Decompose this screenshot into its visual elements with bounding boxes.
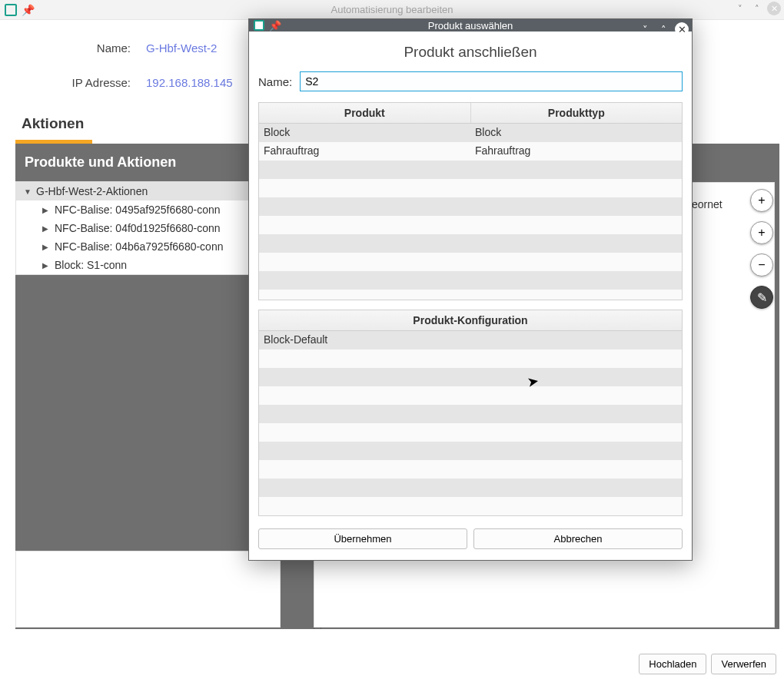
tree-root[interactable]: ▼ G-Hbf-West-2-Aktionen <box>16 182 280 200</box>
collapse-icon[interactable]: ▶ <box>42 243 50 251</box>
lower-content-box <box>15 551 281 628</box>
name-value[interactable]: G-Hbf-West-2 <box>146 41 217 55</box>
name-input-label: Name: <box>258 75 292 88</box>
table-row[interactable]: Fahrauftrag Fahrauftrag <box>259 142 682 161</box>
table-row[interactable] <box>259 216 682 234</box>
table-row[interactable] <box>259 405 682 423</box>
collapse-icon[interactable]: ▶ <box>42 224 50 233</box>
table-row[interactable] <box>259 290 682 300</box>
cell-product: Block <box>259 124 470 142</box>
minus-icon: − <box>758 258 765 272</box>
table-row[interactable] <box>259 423 682 442</box>
app-logo-icon <box>5 4 17 16</box>
tree-item[interactable]: ▶ NFC-Balise: 04b6a7925f6680-conn <box>16 237 280 256</box>
table-row[interactable] <box>259 161 682 179</box>
dialog-title: Produkt auswählen <box>428 20 513 31</box>
table-row[interactable] <box>259 497 682 515</box>
table-row[interactable] <box>259 234 682 253</box>
tree-item-label: Block: S1-conn <box>55 259 127 271</box>
tree-item[interactable]: ▶ NFC-Balise: 04f0d1925f6680-conn <box>16 219 280 237</box>
remove-tool-button[interactable]: − <box>750 253 773 277</box>
bottom-button-bar: Hochladen Verwerfen <box>639 654 776 674</box>
tree-item[interactable]: ▶ NFC-Balise: 0495af925f6680-conn <box>16 200 280 219</box>
cancel-button[interactable]: Abbrechen <box>473 528 683 549</box>
tree-root-label: G-Hbf-West-2-Aktionen <box>36 185 148 197</box>
table-row[interactable] <box>259 253 682 271</box>
dialog-titlebar: 📌 Produkt auswählen ˅ ˄ ✕ <box>249 19 692 31</box>
close-icon[interactable]: ✕ <box>675 22 689 36</box>
column-header-type[interactable]: Produkttyp <box>471 103 683 123</box>
chevron-down-icon[interactable]: ˅ <box>638 22 652 36</box>
config-row-label: Block-Default <box>264 333 327 346</box>
dialog-body: Produkt anschließen Name: Produkt Produk… <box>249 31 692 560</box>
chevron-down-icon[interactable]: ˅ <box>733 2 747 15</box>
plus-icon: + <box>758 226 765 240</box>
select-product-dialog: 📌 Produkt auswählen ˅ ˄ ✕ Produkt anschl… <box>248 18 693 561</box>
chevron-up-icon[interactable]: ˄ <box>750 2 764 15</box>
plus-icon: + <box>758 194 765 207</box>
upload-button[interactable]: Hochladen <box>639 654 706 674</box>
pencil-icon: ✎ <box>757 290 767 305</box>
tool-buttons: + + − ✎ <box>750 189 773 309</box>
expand-icon[interactable]: ▼ <box>24 187 32 196</box>
table-row[interactable]: Block-Default <box>259 331 682 349</box>
config-table-header: Produkt-Konfiguration <box>259 310 682 331</box>
product-table[interactable]: Produkt Produkttyp Block Block Fahrauftr… <box>258 102 683 300</box>
add-tool-a-button[interactable]: + <box>750 189 773 212</box>
table-row[interactable]: Block Block <box>259 124 682 142</box>
table-row[interactable] <box>259 179 682 197</box>
table-row[interactable] <box>259 460 682 479</box>
collapse-icon[interactable]: ▶ <box>42 206 50 214</box>
tree-item-label: NFC-Balise: 04b6a7925f6680-conn <box>55 240 223 253</box>
config-table[interactable]: Produkt-Konfiguration Block-Default <box>258 310 683 516</box>
table-row[interactable] <box>259 349 682 368</box>
truncated-text: eornet <box>692 198 723 210</box>
cell-type: Fahrauftrag <box>470 142 682 161</box>
table-row[interactable] <box>259 479 682 497</box>
tree-item-label: NFC-Balise: 0495af925f6680-conn <box>55 204 221 216</box>
table-row[interactable] <box>259 271 682 290</box>
close-icon[interactable]: ✕ <box>767 2 781 15</box>
cell-product: Fahrauftrag <box>259 142 470 161</box>
name-label: Name: <box>15 41 131 55</box>
add-tool-b-button[interactable]: + <box>750 221 773 244</box>
app-logo-icon <box>254 20 264 31</box>
tree-view[interactable]: ▼ G-Hbf-West-2-Aktionen ▶ NFC-Balise: 04… <box>15 181 281 275</box>
table-row[interactable] <box>259 386 682 405</box>
parent-window-title: Automatisierung bearbeiten <box>331 4 453 15</box>
tree-item-label: NFC-Balise: 04f0d1925f6680-conn <box>55 222 221 234</box>
cell-type: Block <box>470 124 682 142</box>
column-header-product[interactable]: Produkt <box>259 103 471 123</box>
ip-label: IP Adresse: <box>15 76 131 89</box>
apply-button[interactable]: Übernehmen <box>258 528 467 549</box>
name-input[interactable] <box>300 71 683 91</box>
chevron-up-icon[interactable]: ˄ <box>656 22 670 36</box>
dialog-heading: Produkt anschließen <box>258 44 683 61</box>
pin-icon[interactable]: 📌 <box>269 20 281 31</box>
tree-item[interactable]: ▶ Block: S1-conn <box>16 256 280 274</box>
edit-tool-button[interactable]: ✎ <box>750 286 773 309</box>
table-row[interactable] <box>259 197 682 216</box>
pin-icon[interactable]: 📌 <box>22 4 35 16</box>
discard-button[interactable]: Verwerfen <box>711 654 776 674</box>
table-row[interactable] <box>259 368 682 386</box>
collapse-icon[interactable]: ▶ <box>42 261 50 270</box>
ip-value[interactable]: 192.168.188.145 <box>146 76 233 89</box>
parent-window-titlebar: 📌 Automatisierung bearbeiten ˅ ˄ ✕ <box>0 0 784 20</box>
table-row[interactable] <box>259 442 682 460</box>
